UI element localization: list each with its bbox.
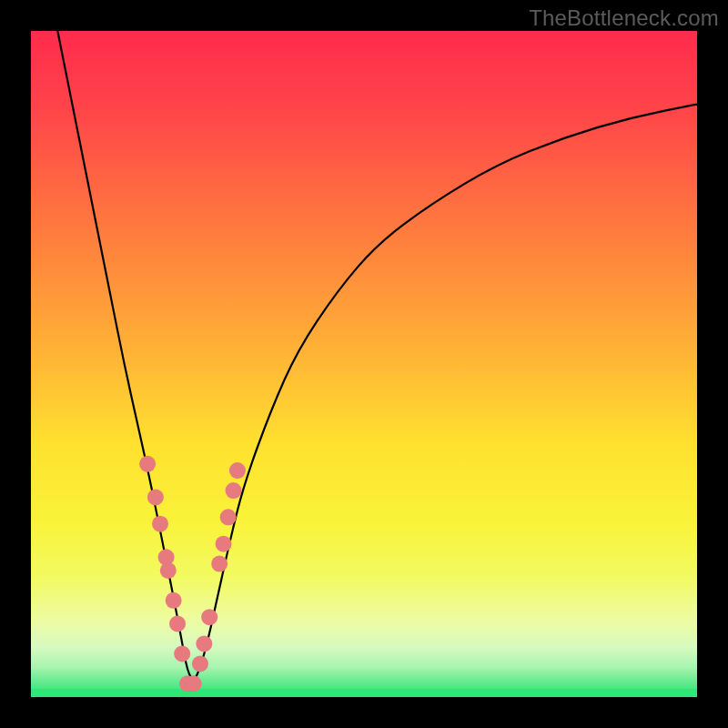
marker-dot: [196, 635, 212, 652]
chart-svg: [31, 31, 697, 697]
marker-dot: [147, 489, 164, 505]
marker-dot: [192, 655, 208, 672]
marker-dot: [211, 556, 228, 572]
svg-rect-0: [31, 689, 697, 697]
marker-dot: [160, 562, 177, 579]
marker-dot: [166, 592, 182, 609]
marker-dot: [226, 482, 242, 499]
plot-area: [31, 31, 697, 697]
gradient-background: [31, 31, 697, 697]
marker-dot: [229, 462, 246, 479]
marker-dot: [220, 509, 237, 525]
marker-dot: [216, 536, 232, 552]
marker-dot: [174, 645, 190, 662]
chart-frame: TheBottleneck.com: [0, 0, 728, 728]
marker-dot: [152, 516, 168, 532]
green-band: [31, 689, 697, 697]
marker-dot: [186, 675, 202, 692]
marker-dot: [169, 615, 186, 632]
marker-dot: [201, 609, 217, 625]
watermark-text: TheBottleneck.com: [529, 5, 719, 31]
marker-dot: [139, 456, 156, 472]
